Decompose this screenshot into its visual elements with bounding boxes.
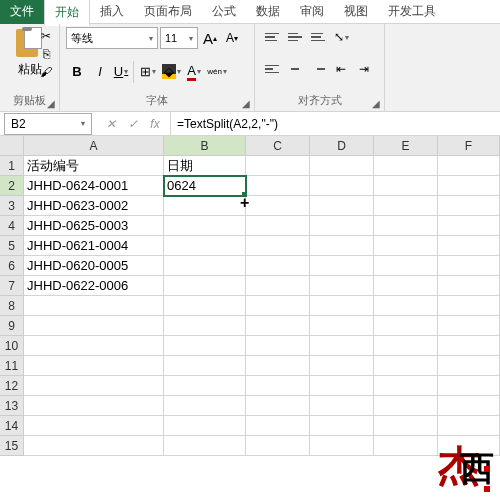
tab-view[interactable]: 视图 (334, 0, 378, 24)
cell-E1[interactable] (374, 156, 438, 176)
row-header[interactable]: 12 (0, 376, 24, 396)
cell-B10[interactable] (164, 336, 246, 356)
cell-D5[interactable] (310, 236, 374, 256)
cell-F12[interactable] (438, 376, 500, 396)
align-bottom-icon[interactable] (307, 27, 329, 47)
cell-D12[interactable] (310, 376, 374, 396)
cell-F4[interactable] (438, 216, 500, 236)
cell-D8[interactable] (310, 296, 374, 316)
cell-B2[interactable]: 0624 (164, 176, 246, 196)
cell-E14[interactable] (374, 416, 438, 436)
row-header[interactable]: 9 (0, 316, 24, 336)
tab-home[interactable]: 开始 (44, 0, 90, 26)
format-painter-icon[interactable]: 🖌 (38, 64, 54, 80)
cell-A2[interactable]: JHHD-0624-0001 (24, 176, 164, 196)
row-header[interactable]: 5 (0, 236, 24, 256)
cell-F13[interactable] (438, 396, 500, 416)
cell-E13[interactable] (374, 396, 438, 416)
row-header[interactable]: 3 (0, 196, 24, 216)
cell-B15[interactable] (164, 436, 246, 456)
cell-C5[interactable] (246, 236, 310, 256)
cell-D4[interactable] (310, 216, 374, 236)
cell-A8[interactable] (24, 296, 164, 316)
cell-C1[interactable] (246, 156, 310, 176)
row-header[interactable]: 2 (0, 176, 24, 196)
cell-B14[interactable] (164, 416, 246, 436)
row-header[interactable]: 10 (0, 336, 24, 356)
cell-B6[interactable] (164, 256, 246, 276)
cell-F7[interactable] (438, 276, 500, 296)
cell-D7[interactable] (310, 276, 374, 296)
cell-F1[interactable] (438, 156, 500, 176)
cell-A15[interactable] (24, 436, 164, 456)
col-header-C[interactable]: C (246, 136, 310, 156)
cell-B5[interactable] (164, 236, 246, 256)
tab-layout[interactable]: 页面布局 (134, 0, 202, 24)
cell-C13[interactable] (246, 396, 310, 416)
cell-C4[interactable] (246, 216, 310, 236)
cell-F6[interactable] (438, 256, 500, 276)
cell-E9[interactable] (374, 316, 438, 336)
name-box[interactable]: B2▾ (4, 113, 92, 135)
cell-A6[interactable]: JHHD-0620-0005 (24, 256, 164, 276)
tab-file[interactable]: 文件 (0, 0, 44, 24)
align-middle-icon[interactable] (284, 27, 306, 47)
cell-D2[interactable] (310, 176, 374, 196)
font-name-select[interactable]: 等线▾ (66, 27, 158, 49)
tab-data[interactable]: 数据 (246, 0, 290, 24)
cell-D11[interactable] (310, 356, 374, 376)
cell-E2[interactable] (374, 176, 438, 196)
decrease-indent-icon[interactable]: ⇤ (330, 59, 352, 79)
cell-C14[interactable] (246, 416, 310, 436)
cell-F3[interactable] (438, 196, 500, 216)
cell-F5[interactable] (438, 236, 500, 256)
cell-B11[interactable] (164, 356, 246, 376)
fx-icon[interactable]: fx (146, 117, 164, 131)
copy-icon[interactable]: ⎘ (38, 46, 54, 62)
col-header-D[interactable]: D (310, 136, 374, 156)
cell-B9[interactable] (164, 316, 246, 336)
fill-handle[interactable] (242, 192, 246, 196)
clipboard-expand-icon[interactable]: ◢ (45, 97, 57, 109)
cell-C7[interactable] (246, 276, 310, 296)
cell-F2[interactable] (438, 176, 500, 196)
cell-B3[interactable] (164, 196, 246, 216)
cell-D3[interactable] (310, 196, 374, 216)
cell-C11[interactable] (246, 356, 310, 376)
cell-E10[interactable] (374, 336, 438, 356)
tab-formula[interactable]: 公式 (202, 0, 246, 24)
col-header-B[interactable]: B (164, 136, 246, 156)
cell-E11[interactable] (374, 356, 438, 376)
col-header-E[interactable]: E (374, 136, 438, 156)
cell-C3[interactable] (246, 196, 310, 216)
cell-C12[interactable] (246, 376, 310, 396)
cell-D9[interactable] (310, 316, 374, 336)
row-header[interactable]: 6 (0, 256, 24, 276)
tab-dev[interactable]: 开发工具 (378, 0, 446, 24)
align-right-icon[interactable] (307, 59, 329, 79)
cell-C2[interactable] (246, 176, 310, 196)
alignment-expand-icon[interactable]: ◢ (370, 97, 382, 109)
cell-A4[interactable]: JHHD-0625-0003 (24, 216, 164, 236)
font-size-select[interactable]: 11▾ (160, 27, 198, 49)
cell-C6[interactable] (246, 256, 310, 276)
cell-E6[interactable] (374, 256, 438, 276)
cell-B8[interactable] (164, 296, 246, 316)
cell-D1[interactable] (310, 156, 374, 176)
cell-F11[interactable] (438, 356, 500, 376)
cell-A14[interactable] (24, 416, 164, 436)
cell-E12[interactable] (374, 376, 438, 396)
cell-E15[interactable] (374, 436, 438, 456)
col-header-F[interactable]: F (438, 136, 500, 156)
cell-D10[interactable] (310, 336, 374, 356)
cell-C10[interactable] (246, 336, 310, 356)
fill-color-button[interactable]: ⬙▾ (160, 61, 182, 83)
cell-E7[interactable] (374, 276, 438, 296)
cell-D15[interactable] (310, 436, 374, 456)
align-center-icon[interactable] (284, 59, 306, 79)
cell-B1[interactable]: 日期 (164, 156, 246, 176)
cell-A9[interactable] (24, 316, 164, 336)
cell-D6[interactable] (310, 256, 374, 276)
cell-A11[interactable] (24, 356, 164, 376)
cell-B7[interactable] (164, 276, 246, 296)
